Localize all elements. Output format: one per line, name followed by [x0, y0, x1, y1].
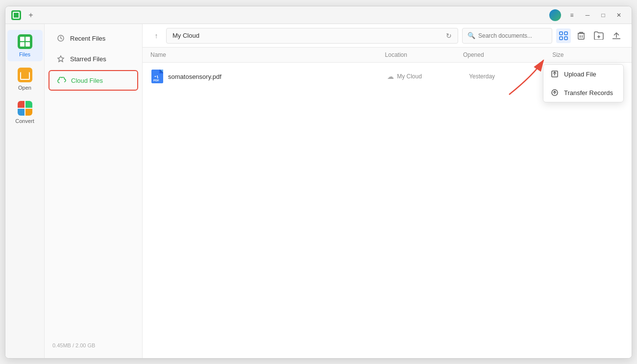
- upload-button[interactable]: [609, 28, 624, 43]
- sidebar-starred-label: Starred Files: [70, 55, 106, 63]
- upload-file-item[interactable]: Upload File: [543, 65, 623, 83]
- maximize-button[interactable]: □: [596, 10, 610, 21]
- title-bar-left: +: [11, 9, 37, 21]
- nav-item-convert[interactable]: Convert: [7, 97, 43, 128]
- nav-item-files[interactable]: Files: [7, 30, 43, 61]
- transfer-records-icon: [550, 88, 559, 97]
- sidebar-item-recent[interactable]: Recent Files: [49, 29, 138, 48]
- app-window: + ≡ ─ □ ✕ Files: [5, 6, 632, 359]
- window-controls: ≡ ─ □ ✕: [565, 10, 626, 21]
- convert-icon: [17, 100, 33, 116]
- grid-view-button[interactable]: [556, 28, 571, 43]
- col-header-location: Location: [329, 51, 463, 58]
- upload-file-icon: [550, 70, 559, 78]
- cloud-icon: [57, 76, 66, 85]
- col-header-size: Size: [552, 51, 624, 58]
- nav-convert-label: Convert: [15, 118, 34, 124]
- star-icon: [56, 54, 65, 63]
- breadcrumb[interactable]: My Cloud ↻: [166, 28, 458, 44]
- svg-marker-1: [58, 56, 64, 62]
- secondary-sidebar: Recent Files Starred Files Cloud Fil: [45, 24, 143, 358]
- col-header-name: Name: [150, 51, 329, 58]
- svg-rect-4: [560, 37, 563, 40]
- search-bar[interactable]: 🔍: [462, 28, 552, 44]
- toolbar-actions: [556, 28, 624, 43]
- file-list: PDF somatosensory.pdf ☁ My Cloud Yesterd…: [143, 63, 632, 358]
- new-folder-button[interactable]: [591, 28, 606, 43]
- column-headers: Name Location Opened Size: [143, 48, 632, 63]
- search-input[interactable]: [478, 32, 547, 39]
- main-layout: Files Open Convert: [5, 24, 632, 358]
- minimize-button[interactable]: ─: [581, 10, 594, 21]
- svg-rect-2: [560, 32, 563, 35]
- sidebar-cloud-label: Cloud Files: [71, 77, 103, 84]
- menu-button[interactable]: ≡: [565, 10, 579, 21]
- storage-label: 0.45MB / 2.00 GB: [52, 342, 95, 348]
- sidebar-recent-label: Recent Files: [70, 35, 105, 42]
- file-name: somatosensory.pdf: [168, 73, 340, 80]
- nav-item-open[interactable]: Open: [7, 63, 43, 95]
- icon-nav: Files Open Convert: [5, 24, 45, 358]
- sidebar-item-starred[interactable]: Starred Files: [49, 49, 138, 68]
- files-icon: [17, 34, 33, 49]
- svg-rect-6: [578, 33, 584, 39]
- upload-file-label: Upload File: [564, 71, 596, 78]
- avatar: [549, 9, 561, 21]
- svg-rect-3: [564, 32, 567, 35]
- main-content: ↑ My Cloud ↻ 🔍: [143, 24, 632, 358]
- open-icon: [17, 67, 33, 83]
- svg-text:PDF: PDF: [153, 79, 159, 82]
- sidebar-footer: 0.45MB / 2.00 GB: [45, 337, 142, 354]
- file-opened: Yesterday: [469, 73, 555, 80]
- delete-button[interactable]: [574, 28, 588, 43]
- breadcrumb-text: My Cloud: [172, 32, 199, 39]
- dropdown-menu: Upload File Transfer Records: [543, 64, 624, 102]
- location-cloud-icon: ☁: [387, 73, 394, 80]
- sidebar-item-cloud[interactable]: Cloud Files: [49, 70, 138, 91]
- transfer-records-label: Transfer Records: [564, 89, 613, 97]
- new-tab-button[interactable]: +: [25, 9, 37, 21]
- nav-up-button[interactable]: ↑: [150, 30, 162, 42]
- search-icon: 🔍: [467, 32, 475, 39]
- pdf-icon: PDF: [151, 70, 163, 83]
- svg-rect-5: [564, 37, 567, 40]
- file-location-text: My Cloud: [397, 73, 422, 80]
- toolbar: ↑ My Cloud ↻ 🔍: [143, 24, 632, 48]
- title-bar: + ≡ ─ □ ✕: [5, 6, 632, 24]
- close-button[interactable]: ✕: [612, 10, 626, 21]
- refresh-icon[interactable]: ↻: [446, 32, 452, 40]
- clock-icon: [56, 34, 65, 43]
- file-location: ☁ My Cloud: [340, 73, 469, 80]
- svg-rect-14: [159, 70, 163, 73]
- nav-files-label: Files: [19, 51, 30, 57]
- nav-open-label: Open: [18, 85, 31, 91]
- transfer-records-item[interactable]: Transfer Records: [543, 83, 623, 102]
- col-header-opened: Opened: [463, 51, 552, 58]
- file-type-icon: PDF: [150, 70, 164, 83]
- app-logo: [11, 10, 21, 20]
